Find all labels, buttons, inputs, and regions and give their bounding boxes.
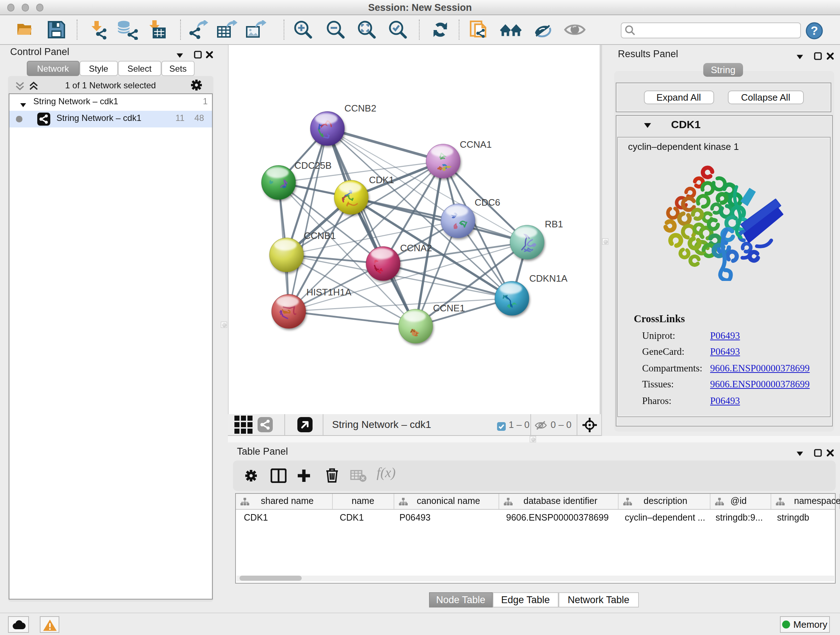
svg-text:?: ? (811, 24, 818, 37)
